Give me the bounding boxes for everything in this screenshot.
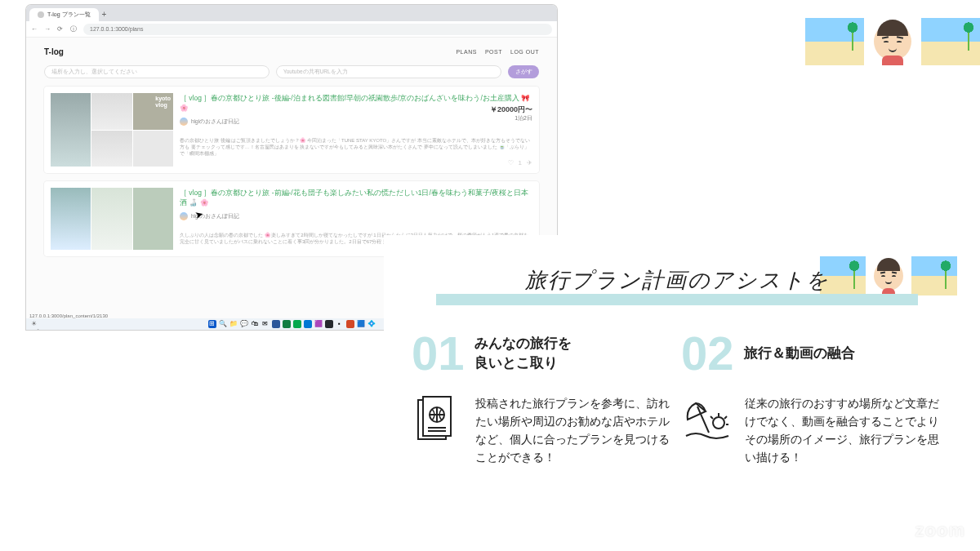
forward-icon[interactable]: → <box>44 25 52 33</box>
passport-icon <box>412 395 464 447</box>
svg-line-12 <box>710 416 713 419</box>
author-avatar-icon <box>180 118 188 126</box>
site-logo[interactable]: T-log <box>44 47 64 56</box>
browser-tab[interactable]: T-log プラン一覧 <box>29 8 99 21</box>
app-icon[interactable]: 🟪 <box>314 320 323 328</box>
card-title: ［ vlog ］春の京都ひとり旅 -後編-/泊まれる図書館/早朝の祇園散歩/京の… <box>180 93 532 113</box>
plan-card[interactable]: ［ vlog ］春の京都ひとり旅 -後編-/泊まれる図書館/早朝の祇園散歩/京の… <box>44 87 539 173</box>
promo-slide: 旅行プラン計画のアシストを 01 みんなの旅行を 良いとこ取り <box>384 235 970 545</box>
reload-icon[interactable]: ⟳ <box>57 25 65 33</box>
chat-icon[interactable]: 💬 <box>240 320 248 328</box>
like-count: 1 <box>519 159 522 167</box>
feature-column-1: 01 みんなの旅行を 良いとこ取り 投稿された旅行プランを参考に、訪れたい場所や… <box>412 330 673 467</box>
weather-widget[interactable]: ☀ 29°C <box>29 320 38 328</box>
powerpoint-icon[interactable] <box>346 320 354 328</box>
terminal-icon[interactable]: ▪ <box>336 320 344 328</box>
svg-line-10 <box>724 416 727 419</box>
card-title: ［ vlog ］春の京都ひとり旅 -前編-/花も団子も楽しみたい私の慌ただしい1… <box>180 188 532 207</box>
card-description: 春の京都ひとり旅 後編 はご覧頂きましたでしょうか？🌸 今回泊まった「TUNE … <box>180 137 532 157</box>
feature-number: 02 <box>681 330 734 377</box>
lock-icon: ⓘ <box>70 24 78 33</box>
feature-body: 従来の旅行のおすすめ場所など文章だけでなく、動画を融合することでよりその場所のイ… <box>745 395 942 467</box>
beach-image <box>805 18 864 65</box>
card-thumbnails <box>51 188 173 250</box>
vscode-icon[interactable] <box>325 320 333 328</box>
feature-heading: みんなの旅行を 良いとこ取り <box>474 334 572 373</box>
feature-heading: 旅行＆動画の融合 <box>744 344 855 363</box>
card-thumbnails <box>51 93 173 167</box>
author-avatar-icon <box>180 212 188 220</box>
slide-heading: 旅行プラン計画のアシストを <box>412 263 942 295</box>
edge-icon[interactable] <box>304 320 312 328</box>
store-icon[interactable]: 🛍 <box>251 320 259 328</box>
feature-column-2: 02 旅行＆動画の融合 従来の旅行のおすすめ場所など文章だけでなく、動画を融合す… <box>681 330 942 467</box>
app-icon[interactable]: 🟦 <box>357 320 365 328</box>
feature-number: 01 <box>412 330 465 377</box>
like-icon[interactable]: ♡ <box>508 159 514 167</box>
search-button[interactable]: さがす <box>508 65 539 78</box>
youtube-url-input[interactable]: Youtubeの共有URLを入力 <box>276 65 501 78</box>
line-icon[interactable] <box>293 320 301 328</box>
header-decoration <box>457 18 980 65</box>
svg-point-8 <box>713 417 724 429</box>
beach-umbrella-icon <box>681 395 733 447</box>
start-icon[interactable]: ⊞ <box>208 320 216 328</box>
search-row: 場所を入力し、選択してください Youtubeの共有URLを入力 さがす <box>44 65 539 78</box>
share-icon[interactable]: ✈ <box>527 159 532 167</box>
back-icon[interactable]: ← <box>31 25 39 33</box>
explorer-icon[interactable]: 📁 <box>229 320 238 328</box>
feature-body: 投稿された旅行プランを参考に、訪れたい場所や周辺のお勧めな店やホテルなど、個人に… <box>475 395 673 467</box>
new-tab-button[interactable]: + <box>99 8 110 21</box>
app-icon[interactable]: 💠 <box>368 320 376 328</box>
excel-icon[interactable] <box>283 320 291 328</box>
zoom-watermark: zoom <box>915 520 965 541</box>
beach-image <box>921 18 980 65</box>
place-input[interactable]: 場所を入力し、選択してください <box>44 65 270 78</box>
card-duration: 1泊2日 <box>514 114 532 122</box>
tab-title: T-log プラン一覧 <box>47 11 91 19</box>
author-name: higiのおさんぽ日記 <box>191 118 239 126</box>
cartoon-avatar <box>864 18 921 65</box>
search-icon[interactable]: 🔍 <box>219 320 227 328</box>
favicon <box>38 11 44 18</box>
mail-icon[interactable]: ✉ <box>261 320 270 328</box>
word-icon[interactable] <box>272 320 280 328</box>
